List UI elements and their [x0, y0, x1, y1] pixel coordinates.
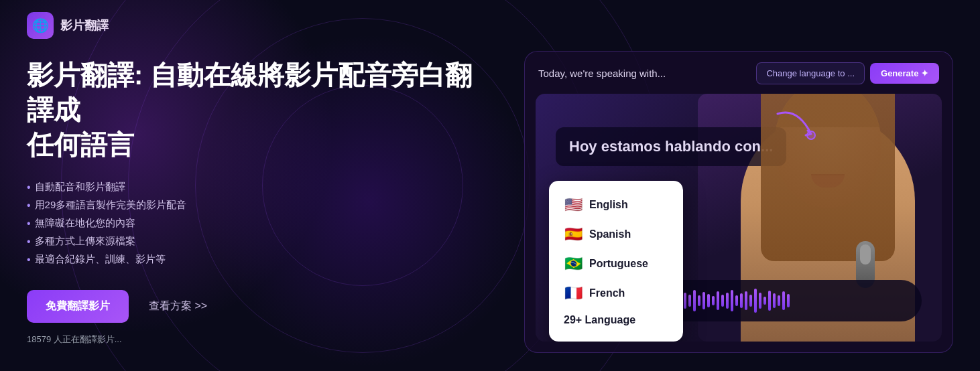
portuguese-flag-icon: 🇧🇷 [564, 255, 583, 273]
feature-item: 用29多種語言製作完美的影片配音 [27, 199, 497, 212]
video-player: Hoy estamos hablando con... 🇺🇸 En [536, 94, 942, 342]
overlay-text-box: Hoy estamos hablando con... [556, 127, 786, 166]
portuguese-label: Portuguese [589, 258, 648, 270]
header: 🌐 影片翻譯 [0, 0, 980, 51]
english-flag-icon: 🇺🇸 [564, 196, 583, 214]
lang-option-spanish[interactable]: 🇪🇸 Spanish [560, 220, 672, 249]
logo-globe-icon: 🌐 [32, 17, 49, 33]
left-panel: 影片翻譯: 自動在線將影片配音旁白翻譯成 任何語言 自動配音和影片翻譯 用29多… [27, 51, 497, 353]
english-label: English [589, 199, 628, 211]
speaking-label: Today, we're speaking with... [538, 68, 666, 79]
logo-text: 影片翻譯 [60, 17, 109, 33]
translate-button[interactable]: 免費翻譯影片 [27, 290, 129, 323]
top-bar-right: Change language to ... Generate ✦ [756, 62, 939, 84]
pricing-link[interactable]: 查看方案 >> [149, 299, 207, 313]
feature-list: 自動配音和影片翻譯 用29多種語言製作完美的影片配音 無障礙在地化您的內容 多種… [27, 181, 497, 266]
main-content: 影片翻譯: 自動在線將影片配音旁白翻譯成 任何語言 自動配音和影片翻譯 用29多… [0, 51, 980, 353]
french-label: French [589, 287, 625, 299]
spanish-label: Spanish [589, 228, 631, 240]
logo-icon: 🌐 [27, 12, 54, 39]
svg-point-0 [807, 131, 815, 139]
french-flag-icon: 🇫🇷 [564, 285, 583, 302]
hero-title: 影片翻譯: 自動在線將影片配音旁白翻譯成 任何語言 [27, 58, 497, 162]
video-background: Hoy estamos hablando con... 🇺🇸 En [536, 94, 942, 342]
card-top-bar: Today, we're speaking with... Change lan… [536, 62, 942, 84]
overlay-spanish-text: Hoy estamos hablando con... [569, 138, 773, 155]
feature-item: 無障礙在地化您的內容 [27, 217, 497, 230]
right-panel: Today, we're speaking with... Change lan… [524, 51, 953, 353]
arrow-indicator [771, 107, 824, 150]
change-language-button[interactable]: Change language to ... [756, 62, 865, 84]
lang-option-portuguese[interactable]: 🇧🇷 Portuguese [560, 249, 672, 279]
lang-count: 29+ Language [560, 308, 672, 332]
feature-item: 最適合紀錄片、訓練、影片等 [27, 253, 497, 266]
spanish-flag-icon: 🇪🇸 [564, 226, 583, 243]
language-dropdown: 🇺🇸 English 🇪🇸 Spanish 🇧🇷 Portuguese [549, 181, 683, 342]
users-count: 18579 人正在翻譯影片... [27, 333, 497, 346]
lang-option-english[interactable]: 🇺🇸 English [560, 190, 672, 220]
video-card: Today, we're speaking with... Change lan… [524, 51, 953, 353]
lang-option-french[interactable]: 🇫🇷 French [560, 279, 672, 308]
feature-item: 自動配音和影片翻譯 [27, 181, 497, 194]
generate-button[interactable]: Generate ✦ [870, 63, 939, 84]
cta-row: 免費翻譯影片 查看方案 >> [27, 290, 497, 323]
feature-item: 多種方式上傳來源檔案 [27, 235, 497, 248]
